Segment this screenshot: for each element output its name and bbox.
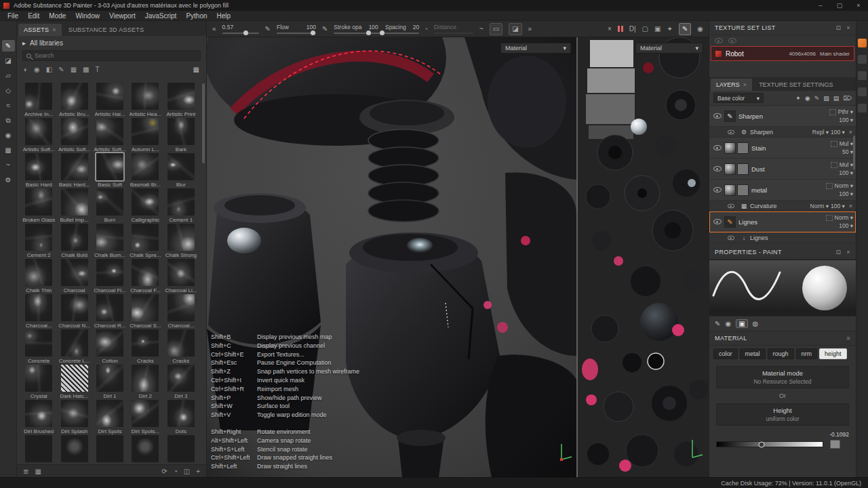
height-mode-box[interactable]: Height uniform color bbox=[716, 403, 849, 426]
maximize-button[interactable]: ▢ bbox=[830, 0, 849, 11]
blend-mode-select[interactable]: Norm ▾ bbox=[835, 182, 853, 189]
display-settings-shelf-icon[interactable] bbox=[858, 71, 867, 80]
tab-texture-set-settings[interactable]: TEXTURE SET SETTINGS bbox=[753, 79, 838, 91]
brush-item[interactable]: Cotton bbox=[92, 329, 127, 365]
texture-set-row[interactable]: Robot 4096x4096 Main shader bbox=[711, 46, 854, 61]
filter-fonts-icon[interactable]: T bbox=[96, 66, 100, 73]
brush-properties-icon[interactable]: ✎ bbox=[715, 320, 720, 327]
opacity-select[interactable]: 100 ▾ bbox=[839, 169, 853, 176]
mask-slot[interactable] bbox=[826, 183, 833, 189]
material-picker-tool[interactable]: ◉ bbox=[2, 129, 15, 141]
brush-item[interactable] bbox=[92, 435, 127, 464]
menu-item-edit[interactable]: Edit bbox=[23, 11, 44, 21]
visibility-icon[interactable] bbox=[728, 203, 734, 207]
height-slider-knob[interactable] bbox=[758, 441, 764, 447]
blend-mode-select[interactable]: Mul ▾ bbox=[840, 161, 853, 168]
smudge-tool[interactable]: ≈ bbox=[2, 100, 15, 111]
eraser-tool[interactable]: ◪ bbox=[2, 55, 15, 66]
channel-chip-rough[interactable]: rough bbox=[768, 348, 794, 359]
filter-smart-masks-icon[interactable]: ◧ bbox=[46, 66, 52, 73]
opacity-select[interactable]: 100 ▾ bbox=[839, 222, 853, 229]
brush-item[interactable]: Artistic Hea... bbox=[127, 83, 163, 118]
visibility-icon[interactable] bbox=[728, 129, 734, 134]
brush-settings-icon[interactable]: ✎ bbox=[679, 23, 691, 35]
brush-item[interactable] bbox=[163, 435, 199, 464]
brush-item[interactable]: Cracks bbox=[127, 329, 163, 365]
monitor-icon[interactable]: ▢ bbox=[642, 24, 648, 35]
layer-row[interactable]: StainMul ▾50 ▾ bbox=[709, 138, 856, 159]
history-icon[interactable]: ◔ bbox=[174, 468, 178, 475]
brush-item[interactable]: Charcoal R... bbox=[92, 294, 127, 329]
brush-item[interactable]: Calligraphic bbox=[127, 188, 163, 224]
brush-item[interactable]: Dots bbox=[163, 400, 199, 435]
history-shelf-icon[interactable] bbox=[858, 104, 867, 113]
brush-item[interactable]: Artistic Soft... bbox=[56, 118, 92, 153]
search-input[interactable] bbox=[35, 52, 197, 59]
stroke-spacing-control[interactable]: Stroke opa100 Spacing20 bbox=[334, 24, 419, 34]
viewport-2d[interactable]: Material ▾ bbox=[576, 37, 709, 477]
visibility-icon[interactable] bbox=[713, 166, 722, 171]
quick-mask-tool[interactable]: ▦ bbox=[2, 144, 15, 156]
visibility-icon[interactable] bbox=[713, 145, 722, 150]
layer-effect-row[interactable]: ↓Lignes bbox=[709, 232, 856, 243]
brush-item[interactable]: Dirt Brushed bbox=[21, 400, 56, 435]
brush-item[interactable]: Broken Glass bbox=[21, 188, 56, 224]
alpha-properties-icon[interactable]: ◉ bbox=[725, 320, 731, 327]
material-options-icon[interactable]: ≡ bbox=[846, 335, 850, 342]
add-effect-icon[interactable]: ✦ bbox=[795, 95, 801, 102]
visibility-icon[interactable] bbox=[713, 113, 722, 119]
tab-layers[interactable]: LAYERS× bbox=[711, 79, 752, 91]
paint-tool[interactable]: ✎ bbox=[2, 40, 15, 52]
grid-view-icon[interactable]: ▦ bbox=[193, 66, 199, 73]
brush-item[interactable] bbox=[127, 435, 163, 464]
layer-row[interactable]: DustMul ▾100 ▾ bbox=[709, 159, 856, 180]
visibility-all-icon[interactable] bbox=[728, 38, 736, 43]
tab-assets[interactable]: ASSETS× bbox=[18, 24, 62, 36]
layers-scrollbar[interactable] bbox=[853, 136, 855, 169]
opacity-select[interactable]: 50 ▾ bbox=[842, 148, 853, 155]
close-panel-icon[interactable]: × bbox=[846, 24, 850, 31]
height-slider[interactable] bbox=[716, 441, 823, 447]
brush-item[interactable]: Charcoal N... bbox=[56, 294, 92, 329]
brush-item[interactable]: Chalk Thin bbox=[21, 259, 56, 294]
filter-smart-materials-icon[interactable]: ◉ bbox=[34, 66, 40, 73]
thumbnail-view-icon[interactable]: ▦ bbox=[35, 468, 41, 475]
brush-item[interactable]: Charcoal Fl... bbox=[92, 259, 127, 294]
channel-chip-color[interactable]: color bbox=[713, 348, 738, 359]
layer-row[interactable]: metalNorm ▾100 ▾ bbox=[709, 180, 856, 201]
brush-item[interactable]: Basmati Br... bbox=[127, 153, 163, 188]
brush-item[interactable]: Crystal bbox=[21, 365, 56, 400]
filter-alphas-icon[interactable]: ▦ bbox=[71, 66, 77, 73]
clone-tool[interactable]: ⧉ bbox=[2, 115, 15, 126]
opacity-select[interactable]: 100 ▾ bbox=[831, 203, 845, 209]
visibility-icon[interactable] bbox=[728, 235, 734, 239]
brush-item[interactable]: Charcoal... bbox=[21, 294, 56, 329]
brush-item[interactable]: Basic Hard bbox=[21, 153, 56, 188]
expand-toolbar-icon[interactable]: » bbox=[528, 24, 532, 35]
brush-item[interactable]: Basic Soft bbox=[92, 153, 127, 188]
tab-substance-3d-assets[interactable]: SUBSTANCE 3D ASSETS bbox=[63, 24, 150, 36]
channel-filter-select[interactable]: Base color ▾ bbox=[713, 93, 764, 103]
polygon-fill-tool[interactable]: ◇ bbox=[2, 85, 15, 96]
brush-item[interactable]: Dirt 2 bbox=[127, 365, 163, 400]
brush-item[interactable]: Cement 2 bbox=[21, 224, 56, 259]
brush-item[interactable]: Blur bbox=[163, 153, 199, 188]
add-folder-icon[interactable]: ▤ bbox=[833, 95, 840, 102]
brush-item[interactable]: Charcoal Li... bbox=[163, 259, 199, 294]
lazy-mouse-icon[interactable]: × bbox=[608, 24, 612, 35]
dock-panel-icon[interactable]: ⊡ bbox=[835, 249, 841, 256]
brush-item[interactable]: Archive In... bbox=[21, 83, 56, 118]
library-selector[interactable]: ▸ All libraries bbox=[17, 36, 206, 49]
assets-shelf-icon[interactable] bbox=[858, 39, 867, 47]
mask-slot[interactable] bbox=[831, 141, 837, 147]
close-panel-icon[interactable]: × bbox=[846, 249, 850, 256]
menu-item-javascript[interactable]: JavaScript bbox=[140, 11, 182, 21]
path-tool-icon[interactable]: ~ bbox=[479, 24, 484, 35]
brush-item[interactable]: Chalk Bum... bbox=[92, 224, 127, 259]
color-swatch[interactable] bbox=[830, 440, 840, 449]
shelf-panel-icon[interactable] bbox=[858, 55, 867, 64]
blend-mode-select[interactable]: Mul ▾ bbox=[840, 140, 853, 147]
mask-slot[interactable] bbox=[829, 109, 836, 115]
menu-item-file[interactable]: File bbox=[3, 11, 23, 21]
opacity-select[interactable]: 100 ▾ bbox=[839, 117, 853, 123]
